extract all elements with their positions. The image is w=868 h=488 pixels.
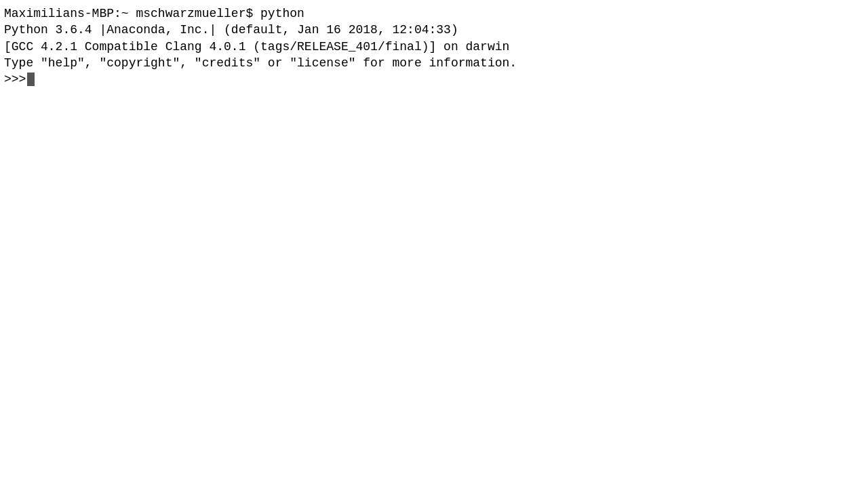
python-version-line: Python 3.6.4 |Anaconda, Inc.| (default, … [4,22,864,38]
repl-prompt-text: >>> [4,71,26,87]
terminal-window[interactable]: Maximilians-MBP:~ mschwarzmueller$ pytho… [0,0,868,488]
repl-prompt-line[interactable]: >>> [4,71,864,87]
gcc-info-line: [GCC 4.2.1 Compatible Clang 4.0.1 (tags/… [4,39,864,55]
shell-prompt-line: Maximilians-MBP:~ mschwarzmueller$ pytho… [4,5,864,22]
type-help-line: Type "help", "copyright", "credits" or "… [4,55,864,71]
terminal-cursor [27,73,35,86]
